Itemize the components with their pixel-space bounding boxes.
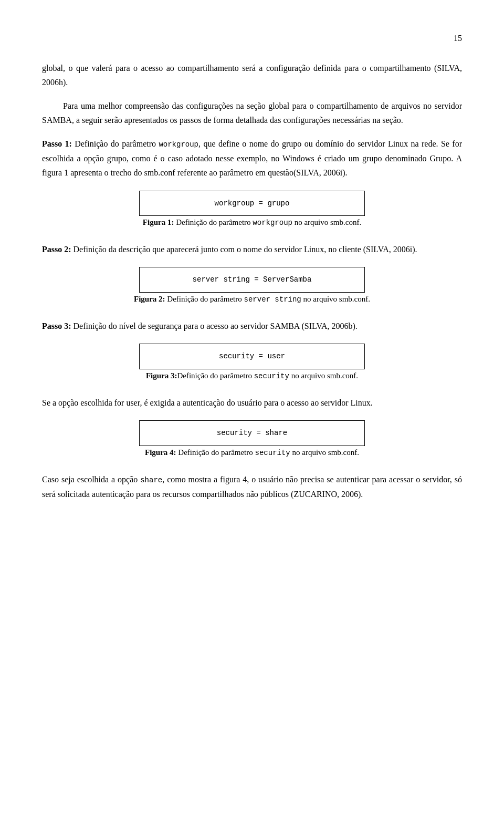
paragraph-1-text: global, o que valerá para o acesso ao co… — [42, 64, 462, 87]
figure4-caption-code: security — [255, 449, 290, 457]
paragraph-1: global, o que valerá para o acesso ao co… — [42, 61, 462, 89]
figure4-caption: Figura 4: Definição do parâmetro securit… — [145, 446, 359, 459]
step3-text: Definição do nível de segurança para o a… — [71, 322, 358, 330]
figure1-code: workgroup = grupo — [215, 199, 290, 208]
figure1-block: workgroup = grupo Figura 1: Definição do… — [42, 191, 462, 240]
figure1-caption-code: workgroup — [253, 219, 292, 227]
figure2-block: server string = ServerSamba Figura 2: De… — [42, 267, 462, 316]
figure1-caption: Figura 1: Definição do parâmetro workgro… — [143, 216, 361, 229]
figure2-caption-rest: no arquivo smb.conf. — [301, 295, 370, 303]
figure3-box: security = user — [139, 344, 365, 369]
figure1-box: workgroup = grupo — [139, 191, 365, 216]
paragraph-after4-text: Caso seja escolhida a opção — [42, 475, 140, 484]
figure3-caption: Figura 3:Definição do parâmetro security… — [146, 369, 358, 382]
figure1-caption-text: Definição do parâmetro — [174, 218, 253, 226]
figure4-box: security = share — [139, 420, 365, 446]
figure3-caption-code: security — [254, 372, 289, 380]
paragraph-after3: Se a opção escolhida for user, é exigida… — [42, 396, 462, 410]
figure2-caption-text: Definição do parâmetro — [165, 295, 244, 303]
step1-label: Passo 1: — [42, 139, 72, 148]
step1-desc: Definição do parâmetro — [72, 139, 159, 148]
figure3-block: security = user Figura 3:Definição do pa… — [42, 344, 462, 392]
paragraph-after4: Caso seja escolhida a opção share, como … — [42, 472, 462, 501]
figure4-code: security = share — [217, 429, 287, 437]
paragraph-step2: Passo 2: Definição da descrição que apar… — [42, 242, 462, 256]
figure1-caption-rest: no arquivo smb.conf. — [292, 218, 361, 226]
paragraph-2-text: Para uma melhor compreensão das configur… — [42, 101, 462, 125]
figure3-caption-rest: no arquivo smb.conf. — [289, 371, 358, 380]
step3-label: Passo 3: — [42, 322, 71, 330]
step2-label: Passo 2: — [42, 245, 71, 254]
figure1-caption-bold: Figura 1: — [143, 218, 174, 226]
figure4-caption-rest: no arquivo smb.conf. — [290, 448, 359, 457]
figure4-caption-text: Definição do parâmetro — [176, 448, 255, 457]
paragraph-step1: Passo 1: Definição do parâmetro workgrou… — [42, 137, 462, 180]
step2-text: Definição da descrição que aparecerá jun… — [71, 245, 417, 254]
figure2-box: server string = ServerSamba — [139, 267, 365, 292]
paragraph-step3: Passo 3: Definição do nível de segurança… — [42, 319, 462, 333]
figure4-block: security = share Figura 4: Definição do … — [42, 420, 462, 469]
paragraph-after3-text: Se a opção escolhida for user, é exigida… — [42, 398, 373, 407]
step1-code: workgroup — [159, 140, 198, 149]
figure3-code: security = user — [219, 352, 285, 360]
page-number: 15 — [42, 32, 462, 45]
figure2-caption: Figura 2: Definição do parâmetro server … — [134, 293, 370, 305]
paragraph-after4-code: share — [140, 476, 162, 484]
figure4-caption-bold: Figura 4: — [145, 448, 176, 457]
figure2-caption-code: server string — [244, 295, 301, 304]
figure2-code: server string = ServerSamba — [193, 275, 312, 284]
figure2-caption-bold: Figura 2: — [134, 295, 165, 303]
figure3-caption-bold: Figura 3: — [146, 371, 177, 380]
figure3-caption-text: Definição do parâmetro — [177, 371, 254, 380]
paragraph-2: Para uma melhor compreensão das configur… — [42, 99, 462, 127]
